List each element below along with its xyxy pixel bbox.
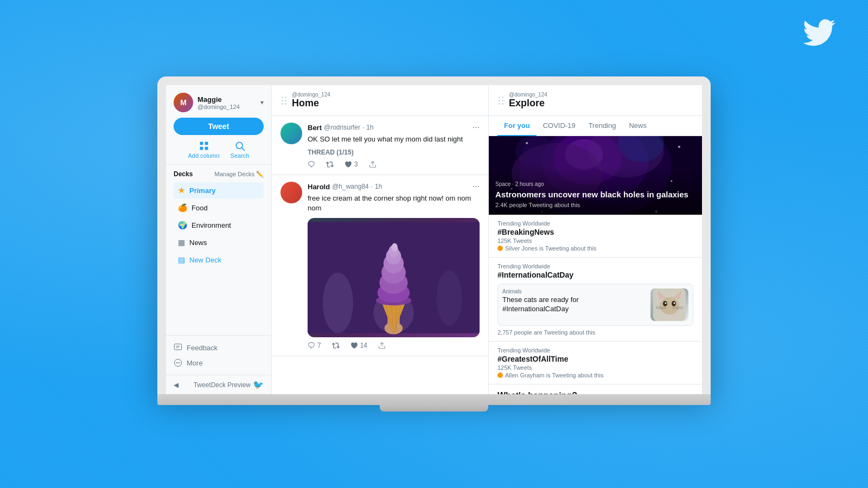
home-column-title: Home xyxy=(292,98,330,109)
column-drag-handle[interactable] xyxy=(497,95,505,106)
sidebar-item-new-deck[interactable]: ▤ New Deck xyxy=(174,252,264,268)
tweet-header: Harold @h_wang84 · 1h ··· xyxy=(308,182,480,191)
user-name: Maggie xyxy=(197,95,240,104)
svg-point-11 xyxy=(177,362,178,363)
reply-button[interactable]: 7 xyxy=(308,342,321,349)
like-icon xyxy=(350,342,358,349)
trending-hashtag: #BreakingNews xyxy=(497,228,693,236)
tweet-text: free ice cream at the corner shop right … xyxy=(308,194,480,213)
attribution-dot xyxy=(497,246,503,251)
attribution-text: Allen Grayham is Tweeting about this xyxy=(505,372,603,378)
trending-hashtag: #GreatestOfAllTime xyxy=(497,355,693,363)
tweetdeck-app: M Maggie @domingo_124 ▾ Tweet xyxy=(166,85,702,394)
add-column-action[interactable]: Add column xyxy=(188,140,220,159)
share-button[interactable] xyxy=(378,342,386,349)
home-column-header-text: @domingo_124 Home xyxy=(292,92,330,109)
decks-title: Decks xyxy=(174,170,193,178)
search-action[interactable]: Search xyxy=(231,140,250,159)
svg-point-59 xyxy=(665,303,667,304)
sidebar-item-news[interactable]: ▦ News xyxy=(174,234,264,251)
svg-line-5 xyxy=(242,148,245,151)
share-icon xyxy=(378,342,386,349)
branding-center: TweetDeck Preview 🐦 xyxy=(194,380,264,390)
svg-rect-0 xyxy=(200,142,203,145)
svg-rect-6 xyxy=(174,344,181,350)
news-icon: ▦ xyxy=(178,238,185,247)
decks-header: Decks Manage Decks ✏️ xyxy=(174,170,264,178)
trending-attribution: Silver Jones is Tweeting about this xyxy=(497,245,693,252)
whats-happening[interactable]: What's happening? xyxy=(489,384,702,394)
cat-card-text: These cats are ready for #InternationalC… xyxy=(502,296,646,314)
tab-for-you[interactable]: For you xyxy=(497,116,537,136)
like-button[interactable]: 3 xyxy=(344,160,358,168)
reply-count: 7 xyxy=(317,342,321,349)
ice-cream-svg xyxy=(308,218,480,337)
like-button[interactable]: 14 xyxy=(350,342,367,349)
sidebar-item-environment[interactable]: 🌍 Environment xyxy=(174,217,264,233)
tweet-image xyxy=(308,218,480,337)
retweet-button[interactable] xyxy=(326,160,334,168)
sidebar-item-food[interactable]: 🍊 Food xyxy=(174,200,264,216)
svg-point-14 xyxy=(323,272,353,333)
svg-rect-1 xyxy=(205,142,208,145)
search-label: Search xyxy=(231,152,250,159)
sidebar-footer: Feedback More xyxy=(166,335,271,375)
cat-image xyxy=(650,288,688,321)
food-icon: 🍊 xyxy=(178,203,187,212)
more-icon xyxy=(174,358,182,367)
sidebar-item-primary[interactable]: ★ Primary xyxy=(174,182,264,198)
trending-stat: 2,757 people are Tweeting about this xyxy=(497,329,693,336)
sidebar-header: M Maggie @domingo_124 ▾ Tweet xyxy=(166,85,271,165)
branding-text: TweetDeck Preview xyxy=(194,381,251,389)
tweet-actions: 7 14 xyxy=(308,342,480,349)
back-button[interactable]: ◀ xyxy=(174,381,178,389)
deck-label: Primary xyxy=(189,187,215,195)
decks-section: Decks Manage Decks ✏️ ★ Primary xyxy=(166,165,271,335)
tweetdeck-branding: ◀ TweetDeck Preview 🐦 xyxy=(166,375,271,394)
more-item[interactable]: More xyxy=(174,355,264,370)
news-card-title: Astronomers uncover new black holes in g… xyxy=(495,189,688,200)
trending-item-goat[interactable]: Trending Worldwide #GreatestOfAllTime 12… xyxy=(489,342,702,384)
avatar: M xyxy=(174,93,193,112)
feedback-label: Feedback xyxy=(187,344,218,352)
attribution-text: Silver Jones is Tweeting about this xyxy=(505,245,597,252)
tweet-more-button[interactable]: ··· xyxy=(473,123,480,132)
retweet-icon xyxy=(332,342,340,349)
tab-covid19[interactable]: COVID-19 xyxy=(537,116,582,136)
reply-button[interactable] xyxy=(308,160,315,168)
twitter-logo xyxy=(803,16,835,51)
tweet-avatar xyxy=(280,182,302,203)
tweet-avatar xyxy=(280,123,302,144)
chevron-down-icon[interactable]: ▾ xyxy=(260,99,264,106)
trending-item-cat-day[interactable]: Trending Worldwide #InternationalCatDay … xyxy=(489,258,702,342)
deck-label: Food xyxy=(192,204,208,212)
share-button[interactable] xyxy=(369,160,376,168)
home-column-header: @domingo_124 Home xyxy=(272,85,488,116)
retweet-button[interactable] xyxy=(332,342,340,349)
tab-news[interactable]: News xyxy=(622,116,653,136)
trending-item-breaking-news[interactable]: Trending Worldwide #BreakingNews 125K Tw… xyxy=(489,215,702,258)
sidebar: M Maggie @domingo_124 ▾ Tweet xyxy=(166,85,272,394)
tweet-name: Harold xyxy=(308,183,330,191)
like-icon xyxy=(344,160,352,168)
trending-label: Trending Worldwide xyxy=(497,263,693,269)
home-column-body: Bert @rodrisurfer · 1h ··· OK SO let me … xyxy=(272,116,488,394)
tweet-more-button[interactable]: ··· xyxy=(473,182,480,191)
home-column-account: @domingo_124 xyxy=(292,92,330,98)
tweet-time: · xyxy=(362,124,364,131)
column-drag-handle[interactable] xyxy=(280,95,288,106)
tab-trending[interactable]: Trending xyxy=(582,116,623,136)
attribution-dot xyxy=(497,373,503,378)
news-card-stat: 2.4K people Tweeting about this xyxy=(495,202,688,208)
news-card[interactable]: Space · 2 hours ago Astronomers uncover … xyxy=(489,136,702,215)
explore-column-account: @domingo_124 xyxy=(509,92,547,98)
tweet-button[interactable]: Tweet xyxy=(174,118,264,135)
new-deck-icon: ▤ xyxy=(178,255,185,264)
feedback-item[interactable]: Feedback xyxy=(174,340,264,355)
explore-column-header-text: @domingo_124 Explore xyxy=(509,92,547,109)
explore-column: @domingo_124 Explore For you COVID-19 xyxy=(489,85,702,394)
manage-decks-button[interactable]: Manage Decks ✏️ xyxy=(215,171,264,178)
laptop-stand xyxy=(380,405,488,412)
trending-label: Trending Worldwide xyxy=(497,220,693,227)
news-card-category: Space · 2 hours ago xyxy=(495,181,688,187)
